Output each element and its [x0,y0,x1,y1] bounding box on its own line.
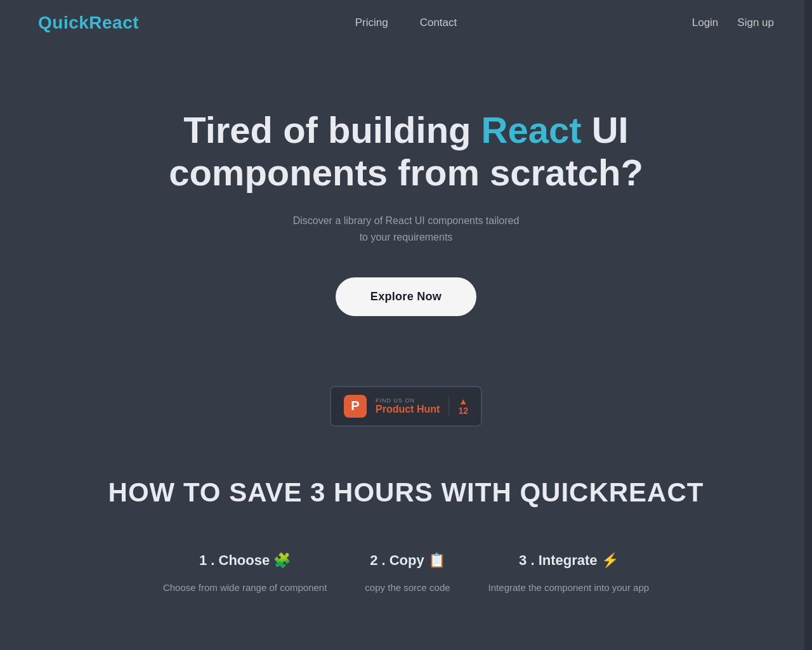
nav-center-links: Pricing Contact [355,17,457,29]
product-hunt-icon: P [344,395,367,418]
steps-row: 1 . Choose 🧩 Choose from wide range of c… [38,552,774,595]
scrollbar[interactable] [804,0,812,650]
step-2-emoji: 📋 [428,552,445,568]
nav-contact[interactable]: Contact [420,17,457,29]
step-2: 2 . Copy 📋 copy the sorce code [365,552,450,595]
how-title: HOW TO SAVE 3 HOURS WITH QUICKREACT [38,477,774,508]
hero-subtitle: Discover a library of React UI component… [13,213,799,245]
step-3-description: Integrate the component into your app [488,580,650,595]
hero-title: Tired of building React UI components fr… [121,109,691,194]
product-hunt-text: FIND US ON Product Hunt [376,397,440,415]
navbar: QuickReact Pricing Contact Login Sign up [0,0,812,46]
nav-right-links: Login Sign up [692,17,774,29]
step-1-title: 1 . Choose 🧩 [163,552,327,569]
product-hunt-section: P FIND US ON Product Hunt ▲ 12 [0,386,812,427]
logo-plain: Quick [38,13,89,32]
step-3-number: 3 . [519,552,539,568]
hero-subtitle-line1: Discover a library of React UI component… [293,215,520,226]
step-1-label: Choose [219,552,270,568]
nav-pricing[interactable]: Pricing [355,17,388,29]
explore-now-button[interactable]: Explore Now [336,277,476,316]
step-1-number: 1 . [199,552,219,568]
step-3-emoji: ⚡ [601,552,619,568]
brand-logo[interactable]: QuickReact [38,13,139,33]
product-hunt-name: Product Hunt [376,404,440,415]
product-hunt-find-label: FIND US ON [376,397,440,404]
logo-highlight: React [89,13,139,32]
step-2-number: 2 . [370,552,390,568]
nav-signup-button[interactable]: Sign up [737,17,774,29]
step-2-description: copy the sorce code [365,580,450,595]
product-hunt-votes: ▲ 12 [449,397,468,416]
nav-login-button[interactable]: Login [692,17,719,29]
hero-section: Tired of building React UI components fr… [0,46,812,354]
step-2-title: 2 . Copy 📋 [365,552,450,569]
step-1: 1 . Choose 🧩 Choose from wide range of c… [163,552,327,595]
hero-subtitle-line2: to your requirements [360,232,453,242]
how-section: HOW TO SAVE 3 HOURS WITH QUICKREACT 1 . … [0,465,812,633]
upvote-arrow-icon: ▲ [459,397,468,406]
hero-title-before: Tired of building [183,109,481,150]
step-3-label: Integrate [539,552,598,568]
hero-title-highlight: React [481,109,582,150]
step-1-emoji: 🧩 [273,552,291,568]
step-3-title: 3 . Integrate ⚡ [488,552,650,569]
step-2-label: Copy [390,552,424,568]
step-1-description: Choose from wide range of component [163,580,327,595]
step-3: 3 . Integrate ⚡ Integrate the component … [488,552,650,595]
vote-count: 12 [458,406,468,416]
product-hunt-badge[interactable]: P FIND US ON Product Hunt ▲ 12 [330,386,482,427]
